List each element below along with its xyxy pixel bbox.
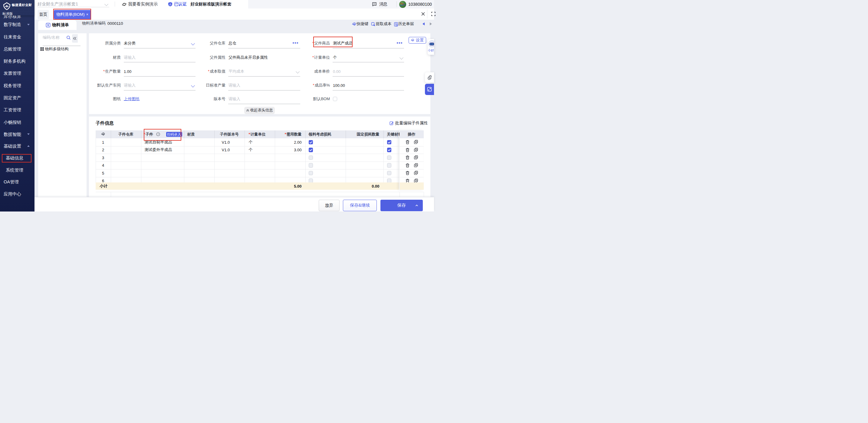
svg-text:企: 企: [169, 3, 172, 6]
